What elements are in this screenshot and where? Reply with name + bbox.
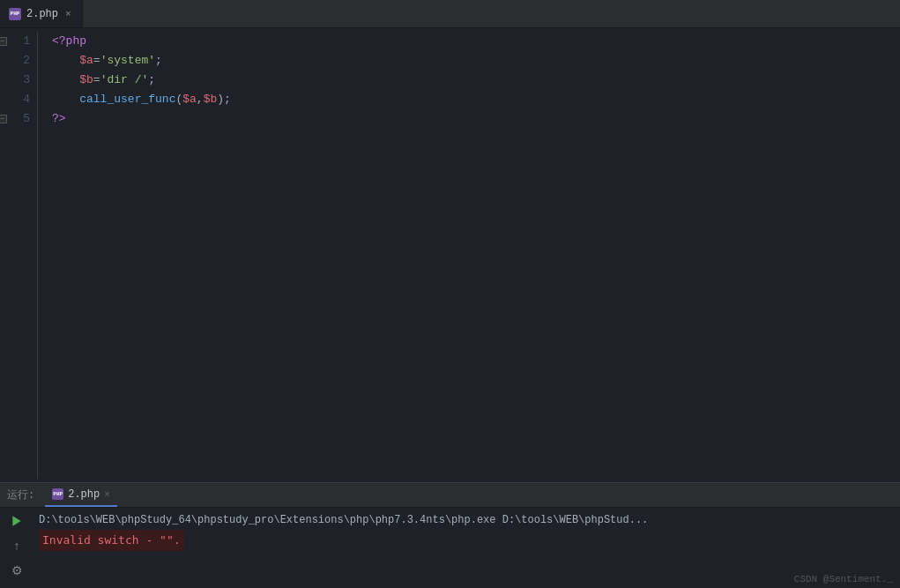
run-label: 运行: <box>7 488 34 502</box>
code-line-5: ?> <box>48 109 900 129</box>
line-number-2: 2 <box>0 51 30 71</box>
line-number-4: 4 <box>0 90 30 109</box>
console-error-text: Invalid switch - "". <box>39 530 184 551</box>
watermark: CSDN @Sentiment._ <box>794 574 893 584</box>
token-php-var: $b <box>204 90 218 109</box>
console-toolbar: ↑ ⚙ − <box>7 511 26 588</box>
token-php-tag: ?> <box>52 109 66 129</box>
fold-indicator-5[interactable]: − <box>0 115 7 123</box>
token-php-var: $a <box>79 51 93 71</box>
editor-area: −1234−5 <?php $a='system'; $b='dir /'; c… <box>0 28 900 482</box>
code-content[interactable]: <?php $a='system'; $b='dir /'; call_user… <box>38 28 900 482</box>
token-php-var: $a <box>182 90 197 109</box>
line-num-4: 4 <box>23 90 30 109</box>
line-number-3: 3 <box>0 71 30 90</box>
console-path-line: D:\tools\WEB\phpStudy_64\phpstudy_pro\Ex… <box>39 511 893 529</box>
bottom-tab-close-button[interactable]: × <box>104 489 110 500</box>
code-line-4: call_user_func($a,$b); <box>48 90 900 109</box>
svg-marker-0 <box>12 516 20 526</box>
tab-close-button[interactable]: × <box>63 7 73 21</box>
line-num-2: 2 <box>23 51 30 71</box>
bottom-panel: 运行: PHP 2.php × ↑ ⚙ − D:\tools\WEB\phpSt… <box>0 482 900 588</box>
token-php-func: call_user_func <box>79 90 175 109</box>
run-button[interactable] <box>7 511 26 531</box>
console-error-line: Invalid switch - "". <box>39 530 893 551</box>
bottom-tab-php-icon: PHP <box>52 488 63 500</box>
line-num-3: 3 <box>23 71 30 90</box>
line-numbers: −1234−5 <box>0 28 37 482</box>
line-number-5: −5 <box>0 109 30 129</box>
code-line-2: $a='system'; <box>48 51 900 71</box>
console-content: ↑ ⚙ − D:\tools\WEB\phpStudy_64\phpstudy_… <box>0 508 900 588</box>
token-php-var: $b <box>79 71 93 90</box>
token-php-punct: ; <box>155 51 162 71</box>
line-number-1: −1 <box>0 32 30 51</box>
tab-php-icon: PHP <box>9 8 21 20</box>
token-php-tag: <?php <box>52 32 86 51</box>
tab-label: 2.php <box>26 8 58 20</box>
token-php-punct: = <box>93 71 100 90</box>
bottom-tab-bar: 运行: PHP 2.php × <box>0 483 900 508</box>
tab-bar: PHP 2.php × <box>0 0 900 28</box>
token-php-string: 'dir /' <box>100 71 149 90</box>
console-output: D:\tools\WEB\phpStudy_64\phpstudy_pro\Ex… <box>39 511 893 551</box>
token-php-punct: ; <box>148 71 155 90</box>
scroll-up-button[interactable]: ↑ <box>7 536 26 555</box>
bottom-tab-label: 2.php <box>68 488 100 501</box>
run-icon <box>11 515 23 527</box>
token-php-punct: ( <box>175 90 182 109</box>
line-num-1: 1 <box>23 32 30 51</box>
settings-button[interactable]: ⚙ <box>7 561 26 580</box>
token-php-punct: , <box>197 90 204 109</box>
token-php-punct: = <box>93 51 100 71</box>
code-line-3: $b='dir /'; <box>48 71 900 90</box>
code-line-1: <?php <box>48 32 900 51</box>
bottom-tab[interactable]: PHP 2.php × <box>45 483 117 507</box>
token-php-string: 'system' <box>100 51 155 71</box>
token-php-punct: ); <box>217 90 231 109</box>
editor-tab[interactable]: PHP 2.php × <box>0 0 83 27</box>
line-num-5: 5 <box>23 109 30 129</box>
fold-indicator-1[interactable]: − <box>0 37 7 46</box>
